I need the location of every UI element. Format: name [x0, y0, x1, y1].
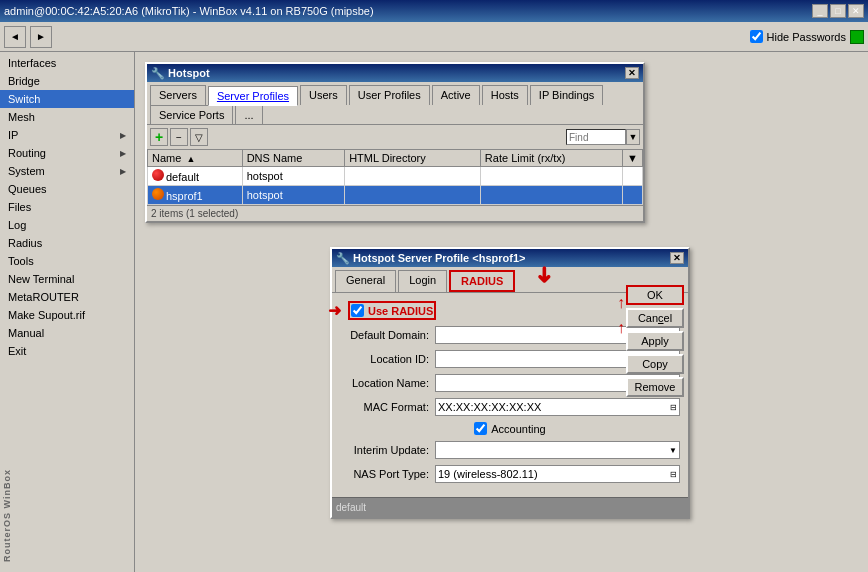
row-html-hsprof1	[345, 186, 481, 205]
filter-button[interactable]: ▽	[190, 128, 208, 146]
routeros-label: RouterOS WinBox	[2, 469, 12, 562]
accounting-checkbox[interactable]	[474, 422, 487, 435]
tab-login[interactable]: Login	[398, 270, 447, 292]
title-bar: admin@00:0C:42:A5:20:A6 (MikroTik) - Win…	[0, 0, 868, 22]
sidebar-item-log[interactable]: Log	[0, 216, 134, 234]
col-dropdown[interactable]: ▼	[623, 150, 643, 167]
main-toolbar: ◄ ► Hide Passwords	[0, 22, 868, 52]
status-text: 2 items (1 selected)	[151, 208, 238, 219]
minimize-btn[interactable]: _	[812, 4, 828, 18]
sidebar-item-make-supout[interactable]: Make Supout.rif	[0, 306, 134, 324]
sidebar-item-new-terminal[interactable]: New Terminal	[0, 270, 134, 288]
close-btn[interactable]: ✕	[848, 4, 864, 18]
sidebar-item-tools[interactable]: Tools	[0, 252, 134, 270]
tab-users[interactable]: Users	[300, 85, 347, 105]
hotspot-window-titlebar: 🔧 Hotspot ✕	[147, 64, 643, 82]
sidebar-item-exit[interactable]: Exit	[0, 342, 134, 360]
row-html-default	[345, 167, 481, 186]
system-arrow-icon: ▶	[120, 167, 126, 176]
tab-radius[interactable]: RADIUS	[449, 270, 515, 292]
sidebar-item-interfaces[interactable]: Interfaces	[0, 54, 134, 72]
remove-button[interactable]: Remove	[626, 377, 684, 397]
interim-update-combo[interactable]: ▼	[435, 441, 680, 459]
profile-dialog-titlebar: 🔧 Hotspot Server Profile <hsprof1> ✕	[332, 249, 688, 267]
app-title: admin@00:0C:42:A5:20:A6 (MikroTik) - Win…	[4, 5, 374, 17]
tab-user-profiles[interactable]: User Profiles	[349, 85, 430, 105]
table-row[interactable]: default hotspot	[148, 167, 643, 186]
profile-dialog-title: 🔧 Hotspot Server Profile <hsprof1>	[336, 252, 525, 265]
hotspot-close-button[interactable]: ✕	[625, 67, 639, 79]
remove-button[interactable]: −	[170, 128, 188, 146]
find-dropdown-icon[interactable]: ▼	[626, 129, 640, 145]
copy-button[interactable]: Copy	[626, 354, 684, 374]
col-name[interactable]: Name ▲	[148, 150, 243, 167]
tab-more[interactable]: ...	[235, 105, 262, 124]
sidebar-label-radius: Radius	[8, 237, 42, 249]
footer-text: default	[336, 502, 366, 513]
forward-button[interactable]: ►	[30, 26, 52, 48]
back-button[interactable]: ◄	[4, 26, 26, 48]
table-toolbar: + − ▽ ▼	[147, 125, 643, 149]
sidebar-label-routing: Routing	[8, 147, 46, 159]
dialog-buttons: OK Cancel Apply Copy Remove	[626, 285, 684, 397]
mac-format-row: MAC Format: XX:XX:XX:XX:XX:XX ⊟	[340, 398, 680, 416]
nas-port-type-arrow-icon: ⊟	[670, 470, 677, 479]
sidebar-label-log: Log	[8, 219, 26, 231]
nas-port-type-combo[interactable]: 19 (wireless-802.11) ⊟	[435, 465, 680, 483]
red-arrow-ok: ↑	[617, 294, 625, 312]
ip-arrow-icon: ▶	[120, 131, 126, 140]
sidebar-label-mesh: Mesh	[8, 111, 35, 123]
window-controls: _ □ ✕	[812, 4, 864, 18]
hide-passwords-area: Hide Passwords	[750, 30, 864, 44]
sidebar-label-interfaces: Interfaces	[8, 57, 56, 69]
col-rate-limit[interactable]: Rate Limit (rx/tx)	[480, 150, 622, 167]
sidebar-item-manual[interactable]: Manual	[0, 324, 134, 342]
col-dns-name[interactable]: DNS Name	[242, 150, 344, 167]
col-html-dir[interactable]: HTML Directory	[345, 150, 481, 167]
sidebar-label-ip: IP	[8, 129, 18, 141]
sidebar-item-queues[interactable]: Queues	[0, 180, 134, 198]
add-button[interactable]: +	[150, 128, 168, 146]
tab-ip-bindings[interactable]: IP Bindings	[530, 85, 603, 105]
sidebar-item-ip[interactable]: IP ▶	[0, 126, 134, 144]
sidebar-item-mesh[interactable]: Mesh	[0, 108, 134, 126]
accounting-label: Accounting	[491, 423, 545, 435]
location-name-label: Location Name:	[340, 377, 435, 389]
red-arrow-1: ➜	[531, 266, 557, 284]
table-row[interactable]: hsprof1 hotspot	[148, 186, 643, 205]
row-rate-default	[480, 167, 622, 186]
sidebar-item-switch[interactable]: Switch	[0, 90, 134, 108]
sidebar-item-files[interactable]: Files	[0, 198, 134, 216]
sidebar-label-switch: Switch	[8, 93, 40, 105]
find-input[interactable]	[566, 129, 626, 145]
row-extra-hsprof1	[623, 186, 643, 205]
sidebar-item-metarouter[interactable]: MetaROUTER	[0, 288, 134, 306]
tab-hosts[interactable]: Hosts	[482, 85, 528, 105]
tab-general[interactable]: General	[335, 270, 396, 292]
sidebar-item-routing[interactable]: Routing ▶	[0, 144, 134, 162]
mac-format-combo[interactable]: XX:XX:XX:XX:XX:XX ⊟	[435, 398, 680, 416]
sidebar: Interfaces Bridge Switch Mesh IP ▶ Routi…	[0, 52, 135, 572]
hotspot-title: 🔧 Hotspot	[151, 67, 210, 80]
cancel-button[interactable]: Cancel	[626, 308, 684, 328]
tab-service-ports[interactable]: Service Ports	[150, 105, 233, 124]
apply-button[interactable]: Apply	[626, 331, 684, 351]
sidebar-label-new-terminal: New Terminal	[8, 273, 74, 285]
sidebar-label-system: System	[8, 165, 45, 177]
red-arrow-cancel: ↑	[617, 319, 625, 337]
profile-dialog-close[interactable]: ✕	[670, 252, 684, 264]
tab-servers[interactable]: Servers	[150, 85, 206, 105]
use-radius-label: Use RADIUS	[368, 305, 433, 317]
tab-active[interactable]: Active	[432, 85, 480, 105]
row-dns-default: hotspot	[242, 167, 344, 186]
hide-passwords-checkbox[interactable]	[750, 30, 763, 43]
hide-passwords-label: Hide Passwords	[767, 31, 846, 43]
sidebar-item-system[interactable]: System ▶	[0, 162, 134, 180]
sidebar-item-radius[interactable]: Radius	[0, 234, 134, 252]
sidebar-item-bridge[interactable]: Bridge	[0, 72, 134, 90]
maximize-btn[interactable]: □	[830, 4, 846, 18]
content-area: 🔧 Hotspot ✕ Servers Server Profiles User…	[135, 52, 868, 572]
use-radius-checkbox[interactable]	[351, 304, 364, 317]
ok-button[interactable]: OK	[626, 285, 684, 305]
tab-server-profiles[interactable]: Server Profiles	[208, 86, 298, 106]
